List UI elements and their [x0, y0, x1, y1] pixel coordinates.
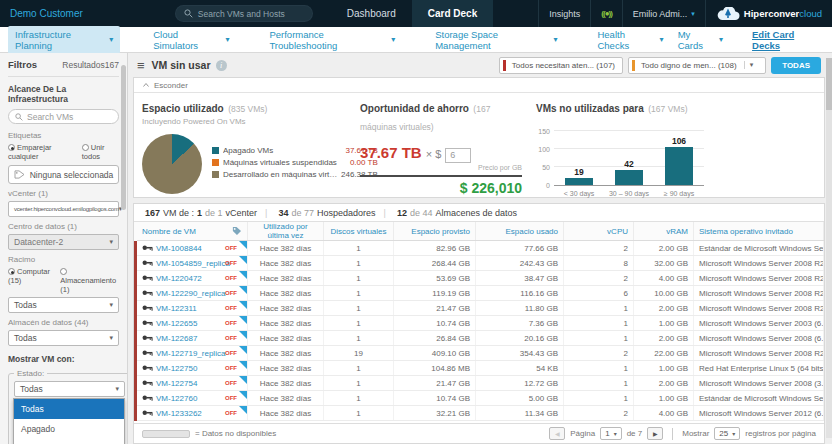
vm-name-link[interactable]: VM-122760: [156, 394, 197, 403]
table-row: VM-122311 OFF Hace 382 días 1 21.47 GB 1…: [136, 301, 824, 316]
vm-power-key-icon: [142, 244, 153, 252]
user-menu[interactable]: Emilio Admi... ▾: [622, 0, 705, 27]
vm-name-link[interactable]: VM-1220472: [156, 274, 202, 283]
corner-flag-icon[interactable]: [239, 241, 247, 249]
global-search-input[interactable]: Search VMs and Hosts: [175, 5, 313, 22]
filters-sidebar: Filtros Resultados167 Alcance De La Infr…: [0, 53, 128, 444]
vram-cell: 2.00 GB: [634, 241, 694, 256]
tags-select[interactable]: Ninguna seleccionada: [8, 165, 119, 184]
estado-options: TodasApagadoSuspendido: [13, 398, 125, 444]
page-select[interactable]: 1▾: [600, 427, 621, 440]
table-row: VM-122750 OFF Hace 382 días 1 104.86 MB …: [136, 361, 824, 376]
col-guest-os[interactable]: Sistema operativo invitado: [694, 222, 824, 241]
corner-flag-icon[interactable]: [239, 376, 247, 384]
vm-name-link[interactable]: VM-122311: [156, 304, 197, 313]
radio-icon: [60, 268, 67, 275]
chevron-down-icon[interactable]: ▾: [744, 61, 759, 69]
corner-flag-icon[interactable]: [239, 391, 247, 399]
menu-cloud-simulators[interactable]: Cloud Simulators▾: [146, 26, 236, 54]
customer-link[interactable]: Demo Customer: [10, 8, 83, 19]
col-vram[interactable]: vRAM: [634, 222, 694, 241]
tab-dashboard[interactable]: Dashboard: [331, 0, 412, 27]
corner-flag-icon[interactable]: [239, 286, 247, 294]
next-page-button[interactable]: ▶: [647, 427, 663, 440]
vm-power-key-icon: [142, 364, 153, 372]
radio-match-any[interactable]: Emparejar cualquier: [8, 143, 74, 161]
col-used-space[interactable]: Espacio usado: [476, 222, 564, 241]
vcpu-cell: 2: [564, 271, 634, 286]
worth-mention-filter-button[interactable]: Todo digno de men... (108)▾: [628, 57, 766, 74]
unused-vms-panel: VMs no utilizadas para (167 VMs) 0501001…: [522, 98, 732, 197]
radio-compute[interactable]: Computar (15): [8, 267, 52, 294]
radio-join-all[interactable]: Unir todos: [82, 143, 119, 161]
corner-flag-icon[interactable]: [239, 316, 247, 324]
vm-name-link[interactable]: VM-122719_replica: [156, 349, 225, 358]
corner-flag-icon[interactable]: [239, 346, 247, 354]
corner-flag-icon[interactable]: [239, 331, 247, 339]
estado-option[interactable]: Suspendido: [14, 439, 124, 444]
price-per-gb-input[interactable]: 6: [445, 148, 471, 163]
vram-cell: 4.00 GB: [634, 271, 694, 286]
vm-name-link[interactable]: VM-122754: [156, 379, 197, 388]
my-cards-menu[interactable]: My Cards▾: [671, 26, 730, 54]
insights-link[interactable]: Insights: [538, 0, 590, 27]
corner-flag-icon[interactable]: [239, 256, 247, 264]
os-cell: Microsoft Windows Server 2003 (6...: [694, 316, 824, 331]
col-last-used[interactable]: Utilizado por última vez: [248, 222, 324, 241]
col-vm-name[interactable]: Nombre de VM: [136, 222, 248, 241]
vm-name-link[interactable]: VM-1054859_replica: [156, 259, 230, 268]
disks-cell: 1: [324, 376, 394, 391]
col-virtual-disks[interactable]: Discos virtuales: [324, 222, 394, 241]
datacenter-select[interactable]: Datacenter-2▾: [8, 234, 119, 250]
vcenter-select[interactable]: vcenter.hiperconvcloud.emilogpilogos.com…: [8, 201, 119, 217]
menu-storage-space-management[interactable]: Storage Space Management▾: [428, 26, 564, 54]
vm-table-body: VM-1008844 OFF Hace 382 días 1 82.96 GB …: [136, 241, 824, 421]
vm-table-card: 167VM de : 1de 1vCenter | 34de 77Hospeda…: [133, 203, 825, 444]
tab-card-deck[interactable]: Card Deck: [412, 0, 493, 27]
col-provisioned[interactable]: Espacio provisto: [394, 222, 476, 241]
info-icon[interactable]: i: [216, 60, 227, 71]
corner-flag-icon[interactable]: [239, 361, 247, 369]
estado-option[interactable]: Todas: [14, 399, 124, 419]
vm-name-link[interactable]: VM-122655: [156, 319, 197, 328]
vm-name-link[interactable]: VM-122687: [156, 334, 197, 343]
vm-name-link[interactable]: VM-122290_replica: [156, 289, 225, 298]
cluster-select[interactable]: Todas▾: [8, 297, 119, 313]
vm-name-link[interactable]: VM-1008844: [156, 244, 202, 253]
menu-infrastructure-planning[interactable]: Infrastructure Planning▾: [8, 26, 120, 54]
sidebar-scrollbar[interactable]: [121, 65, 126, 210]
prev-page-button[interactable]: ◀: [549, 427, 565, 440]
needs-attention-filter-button[interactable]: Todos necesitan aten... (107): [499, 57, 623, 74]
menu-health-checks[interactable]: Health Checks▾: [590, 26, 670, 54]
vm-search-input[interactable]: Search VMs: [8, 109, 119, 124]
disks-cell: 1: [324, 406, 394, 421]
menu-performance-troubleshooting[interactable]: Performance Troubleshooting▾: [262, 26, 402, 54]
tag-filter-icon[interactable]: [231, 226, 242, 236]
chevron-down-icon: ▾: [109, 35, 113, 44]
edit-card-decks-link[interactable]: Edit Card Decks: [752, 29, 820, 51]
vm-power-key-icon: [142, 409, 153, 417]
all-filter-button[interactable]: TODAS: [771, 57, 821, 74]
os-cell: Microsoft Windows Server 2008 R2...: [694, 286, 824, 301]
vm-name-link[interactable]: VM-122750: [156, 364, 197, 373]
corner-flag-icon[interactable]: [239, 406, 247, 414]
space-used-note: Incluyendo Powered On VMs: [142, 117, 354, 126]
used-cell: 77.66 GB: [476, 241, 564, 256]
vm-name-link[interactable]: VM-1233262: [156, 409, 202, 418]
corner-flag-icon[interactable]: [239, 301, 247, 309]
page-size-select[interactable]: 25▾: [714, 427, 740, 440]
vram-cell: 1.00 GB: [634, 361, 694, 376]
datastore-select[interactable]: Todas▾: [8, 330, 119, 346]
corner-flag-icon[interactable]: [239, 271, 247, 279]
estado-option[interactable]: Apagado: [14, 419, 124, 439]
state-select[interactable]: Todas▾: [14, 381, 125, 397]
collapse-bar[interactable]: Esconder: [134, 78, 824, 93]
hamburger-icon[interactable]: ≡: [137, 58, 145, 73]
provisioned-cell: 21.47 GB: [394, 376, 476, 391]
window-scrollbar[interactable]: [826, 58, 832, 438]
radio-storage[interactable]: Almacenamiento (1): [60, 267, 119, 294]
os-cell: Microsoft Windows Server 2008 (6...: [694, 331, 824, 346]
broadcast-icon[interactable]: ((●)): [590, 0, 622, 27]
col-vcpu[interactable]: vCPU: [564, 222, 634, 241]
vram-cell: 2.00 GB: [634, 331, 694, 346]
